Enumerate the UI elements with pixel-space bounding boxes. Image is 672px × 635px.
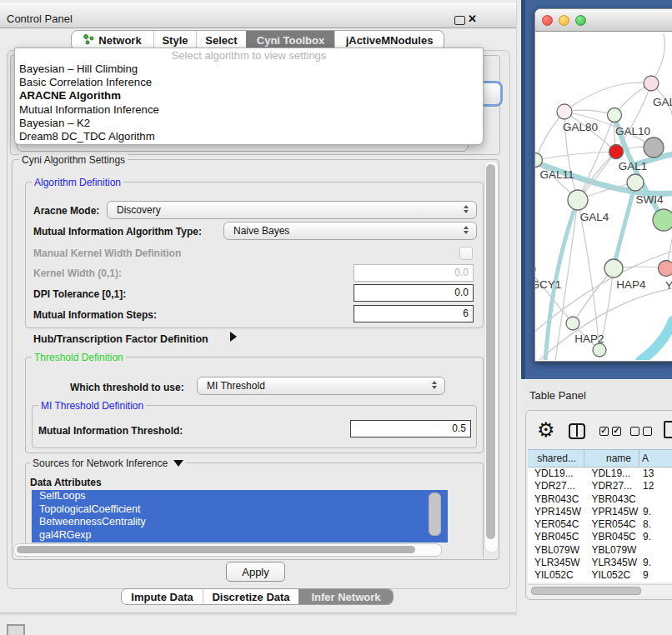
network-window-titlebar[interactable] [535,9,672,32]
network-node[interactable] [659,261,672,277]
network-node[interactable] [604,259,623,278]
checked-checkbox-icon[interactable]: ✓ [599,427,609,436]
settings-vertical-scrollbar-thumb[interactable] [486,164,495,539]
network-node[interactable] [644,76,659,91]
table-body: YDL19...YDL19...13YDR27...YDR27...12YBR0… [528,468,672,582]
table-horizontal-scrollbar[interactable] [528,584,672,596]
tab-impute-data[interactable]: Impute Data [122,589,203,604]
table-cell: 13 [640,468,672,480]
docked-panel-icon[interactable] [7,624,25,635]
network-node-label: HAP2 [574,332,604,345]
table-cell: YBR045C [584,531,640,543]
network-node[interactable] [608,108,622,122]
network-node[interactable] [627,174,644,191]
network-edge[interactable] [614,182,635,268]
table-cell: 9. [640,557,672,569]
network-edge[interactable] [535,152,616,160]
expand-arrow-icon[interactable] [230,332,237,342]
network-node[interactable] [653,209,672,231]
close-traffic-light-icon[interactable] [542,15,553,26]
manual-kernel-label: Manual Kernel Width Definition [33,248,181,259]
settings-horizontal-scrollbar-thumb[interactable] [17,546,415,553]
network-node-label: GAL1 [619,160,648,172]
table-cell: 9 [640,569,672,582]
network-node[interactable] [568,190,588,210]
algorithm-option[interactable]: Bayesian – Hill Climbing [15,62,483,76]
group-title: Cyni Algorithm Settings [19,154,128,166]
data-attributes-label: Data Attributes [30,477,102,488]
table-horizontal-scrollbar-thumb[interactable] [531,587,641,595]
float-window-icon[interactable] [454,16,465,25]
checked-checkbox-icon[interactable]: ✓ [612,427,621,436]
algorithm-popup-list: Bayesian – Hill ClimbingBasic Correlatio… [15,62,483,143]
kernel-width-field[interactable]: 0.0 [354,264,474,282]
aracne-mode-combobox[interactable]: Discovery [107,201,477,219]
mi-type-label: Mutual Information Algorithm Type: [33,226,202,238]
kernel-width-label: Kernel Width (0,1): [33,268,122,279]
zoom-traffic-light-icon[interactable] [575,15,586,26]
algorithm-option[interactable]: Mutual Information Inference [15,103,483,117]
table-cell: 8. [640,518,672,531]
network-canvas[interactable]: GAL2GAL80GAL10GAL1GAL11SWI4GAL4GCY1HAP4Y… [535,32,672,360]
tab-infer-network[interactable]: Infer Network [298,589,393,604]
network-window[interactable]: GAL2GAL80GAL10GAL1GAL11SWI4GAL4GCY1HAP4Y… [534,8,672,362]
table-row[interactable]: YDL19...YDL19...13 [528,468,672,480]
algorithm-option[interactable]: ARACNE Algorithm [15,89,483,102]
data-attributes-list[interactable]: SelfLoopsTopologicalCoefficientBetweenne… [32,490,448,542]
network-node[interactable] [593,343,606,357]
table-cell: YER054C [584,518,640,531]
algorithm-option[interactable]: Basic Correlation Inference [15,76,483,89]
unchecked-checkbox-icon[interactable] [643,427,652,436]
mi-type-combobox[interactable]: Naive Bayes [223,222,477,240]
network-edge[interactable] [535,112,564,160]
combo-arrows-icon [464,205,469,213]
popup-prompt: Select algorithm to view settings [15,48,483,62]
table-row[interactable]: YBR043CYBR043C [528,493,672,506]
list-scrollbar-thumb[interactable] [429,492,441,536]
which-threshold-combobox[interactable]: MI Threshold [197,377,445,395]
network-edge[interactable] [640,321,672,360]
table-row[interactable]: YIL052CYIL052C9 [528,569,672,582]
bottom-tabbar: Impute Data Discretize Data Infer Networ… [121,588,394,605]
algorithm-option[interactable]: Dream8 DC_TDC Algorithm [15,130,483,143]
manual-kernel-checkbox[interactable] [459,247,473,260]
table-row[interactable]: YLR345WYLR345W9. [528,557,672,569]
table-row[interactable]: YPR145WYPR145W9. [528,506,672,518]
table-column-header[interactable]: name [584,449,639,468]
panel-title: Control Panel [7,12,73,25]
gear-icon[interactable]: ⚙ [537,420,555,440]
network-node[interactable] [557,104,572,119]
screen: Control Panel ✕ Network Style [0,0,672,635]
dpi-tolerance-field[interactable]: 0.0 [354,284,474,302]
table-header-row: shared...nameA [528,449,672,468]
close-icon[interactable]: ✕ [468,12,477,25]
combo-arrows-icon [432,381,437,389]
table-row[interactable]: YDR27...YDR27...12 [528,480,672,492]
network-node[interactable] [609,145,624,159]
collapse-arrow-icon[interactable] [173,460,183,467]
mi-threshold-field[interactable]: 0.5 [350,420,471,438]
mi-threshold-label: Mutual Information Threshold: [38,425,183,437]
network-node[interactable] [566,317,579,330]
data-attribute-item[interactable]: BetweennessCentrality [32,516,448,529]
table-row[interactable]: YBL079WYBL079W [528,544,672,557]
table-row[interactable]: YBR045CYBR045C9. [528,531,672,543]
data-attribute-item[interactable]: TopologicalCoefficient [32,503,448,517]
data-attribute-item[interactable]: gal4RGexp [32,529,448,542]
algorithm-option[interactable]: Bayesian – K2 [15,117,483,130]
table-column-header[interactable]: shared... [528,449,584,468]
network-node-label: HAP4 [616,278,646,291]
network-edge[interactable] [564,82,651,112]
tab-discretize-data[interactable]: Discretize Data [203,589,298,604]
columns-icon[interactable] [569,423,585,439]
unchecked-checkbox-icon[interactable] [630,427,639,436]
network-node[interactable] [644,138,664,158]
data-attribute-item[interactable]: SelfLoops [32,490,448,503]
apply-button[interactable]: Apply [226,562,285,582]
table-row[interactable]: YER054CYER054C8. [528,518,672,531]
document-icon[interactable] [664,421,672,438]
table-cell: YBL079W [584,544,640,557]
minimize-traffic-light-icon[interactable] [559,15,569,26]
mi-steps-field[interactable]: 6 [354,305,474,322]
table-column-header[interactable]: A [639,449,672,468]
